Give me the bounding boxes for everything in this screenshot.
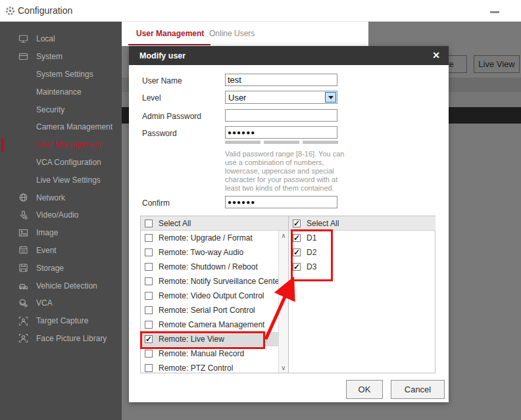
sidebar-item-label: Network <box>36 193 65 202</box>
permission-item[interactable]: Remote: Shutdown / Reboot <box>141 260 278 274</box>
sidebar-item-camera-management[interactable]: Camera Management <box>0 118 122 136</box>
checkbox-icon[interactable] <box>145 263 153 271</box>
minimize-button[interactable] <box>490 11 499 13</box>
level-select[interactable]: User <box>225 91 337 104</box>
select-all-row[interactable]: Select All <box>289 216 435 231</box>
checkbox-icon[interactable] <box>145 350 153 358</box>
network-icon <box>18 193 28 203</box>
permission-item-live-view[interactable]: Remote: Live View <box>141 332 278 346</box>
sidebar-item-face-picture-library[interactable]: Face Picture Library <box>0 330 122 348</box>
confirm-input[interactable] <box>225 196 337 208</box>
permission-item[interactable]: Remote: PTZ Control <box>141 361 278 375</box>
checkbox-icon[interactable] <box>145 220 153 227</box>
permission-item[interactable]: Remote: Notify Surveillance Center /... <box>141 274 278 289</box>
sidebar-item-label: User Management <box>36 140 101 149</box>
permission-label: Remote: Upgrade / Format <box>159 233 253 243</box>
password-hint: Valid password range [8-16]. You can use… <box>225 150 351 193</box>
sidebar-item-video-audio[interactable]: Video/Audio <box>0 206 122 224</box>
permission-item[interactable]: Remote: Serial Port Control <box>141 303 278 317</box>
system-icon <box>18 51 28 62</box>
select-all-row[interactable]: Select All <box>141 216 288 231</box>
scrollbar[interactable]: ∧ ∨ <box>278 231 288 373</box>
sidebar-item-live-view-settings[interactable]: Live View Settings <box>0 171 122 189</box>
password-input[interactable] <box>225 126 337 139</box>
user-name-input[interactable] <box>225 74 337 86</box>
sidebar-item-maintenance[interactable]: Maintenance <box>0 83 122 101</box>
sidebar-item-label: Image <box>36 228 58 237</box>
cancel-button[interactable]: Cancel <box>391 380 445 399</box>
sidebar-item-label: Live View Settings <box>36 175 101 185</box>
permission-label: Remote: Shutdown / Reboot <box>159 262 258 271</box>
checkbox-icon[interactable] <box>145 321 153 329</box>
sidebar-item-security[interactable]: Security <box>0 101 122 118</box>
scroll-down-icon[interactable]: ∨ <box>279 364 288 371</box>
tab-user-management[interactable]: User Management <box>136 29 204 38</box>
gear-icon <box>5 5 16 19</box>
password-label: Password <box>142 129 177 138</box>
sidebar-item-label: Maintenance <box>36 87 82 97</box>
sidebar-item-vehicle-detection[interactable]: Vehicle Detection <box>0 277 122 294</box>
sidebar-item-label: Storage <box>36 264 64 273</box>
checkbox-checked-icon[interactable] <box>293 248 301 256</box>
modify-user-dialog: Modify user ✕ User Name Level User Admin… <box>129 46 449 402</box>
channel-item-d2[interactable]: D2 <box>289 245 435 260</box>
sidebar-item-label: VCA <box>36 298 53 308</box>
ok-button[interactable]: OK <box>346 380 383 399</box>
admin-password-input[interactable] <box>225 109 337 122</box>
event-icon <box>18 245 28 256</box>
sidebar-item-user-management[interactable]: User Management <box>0 136 122 154</box>
dialog-header: Modify user ✕ <box>129 46 449 65</box>
sidebar-item-target-capture[interactable]: Target Capture <box>0 312 122 330</box>
password-strength-meter <box>225 141 338 144</box>
active-tab-underline <box>128 44 211 45</box>
permission-item[interactable]: Remote Camera Management <box>141 317 278 332</box>
channel-item-d3[interactable]: D3 <box>289 260 435 274</box>
permission-item[interactable]: Remote: Video Output Control <box>141 289 278 303</box>
checkbox-checked-icon[interactable] <box>145 335 153 343</box>
dialog-title: Modify user <box>139 51 186 60</box>
sidebar-item-label: VCA Configuration <box>36 158 101 167</box>
sidebar-item-storage[interactable]: Storage <box>0 259 122 277</box>
channel-label: D2 <box>307 248 316 257</box>
permission-item[interactable]: Remote: Manual Record <box>141 346 278 361</box>
permission-item[interactable]: Remote: Upgrade / Format <box>141 231 278 245</box>
permission-label: Remote Camera Management <box>159 320 264 329</box>
permissions-list: Select All Remote: Upgrade / Format Remo… <box>141 216 289 373</box>
permission-item[interactable]: Remote: Two-way Audio <box>141 245 278 260</box>
target-icon <box>18 315 28 326</box>
channel-item-d1[interactable]: D1 <box>289 231 435 245</box>
sidebar-item-local[interactable]: Local <box>0 30 122 48</box>
channel-items: D1 D2 D3 <box>289 231 435 373</box>
chevron-down-icon[interactable] <box>325 92 336 103</box>
permission-label: Remote: Serial Port Control <box>159 306 255 315</box>
sidebar-item-vca[interactable]: VCA <box>0 294 122 312</box>
confirm-label: Confirm <box>142 198 170 208</box>
checkbox-icon[interactable] <box>145 234 153 242</box>
checkbox-checked-icon[interactable] <box>293 234 301 242</box>
close-icon[interactable]: ✕ <box>432 50 440 60</box>
sidebar-item-network[interactable]: Network <box>0 189 122 206</box>
sidebar-item-event[interactable]: Event <box>0 242 122 260</box>
checkbox-icon[interactable] <box>145 277 153 285</box>
checkbox-icon[interactable] <box>145 364 153 372</box>
checkbox-icon[interactable] <box>145 306 153 314</box>
checkbox-checked-icon[interactable] <box>293 220 301 227</box>
user-name-label: User Name <box>142 76 182 85</box>
checkbox-icon[interactable] <box>145 248 153 256</box>
sidebar-item-label: System <box>36 52 62 61</box>
sidebar-item-label: System Settings <box>36 70 93 79</box>
storage-icon <box>18 263 28 273</box>
sidebar-item-image[interactable]: Image <box>0 224 122 242</box>
checkbox-checked-icon[interactable] <box>293 263 301 271</box>
permission-label: Remote: Manual Record <box>159 349 244 358</box>
audio-icon <box>18 210 28 220</box>
sidebar-item-label: Event <box>36 246 57 255</box>
checkbox-icon[interactable] <box>145 292 153 300</box>
sidebar-item-system[interactable]: System <box>0 48 122 66</box>
sidebar-item-vca-configuration[interactable]: VCA Configuration <box>0 154 122 172</box>
channel-list: Select All D1 D2 D3 <box>289 216 435 373</box>
scroll-up-icon[interactable]: ∧ <box>279 232 288 239</box>
vehicle-icon <box>18 281 28 291</box>
sidebar-item-system-settings[interactable]: System Settings <box>0 66 122 83</box>
tab-online-users[interactable]: Online Users <box>209 29 255 38</box>
